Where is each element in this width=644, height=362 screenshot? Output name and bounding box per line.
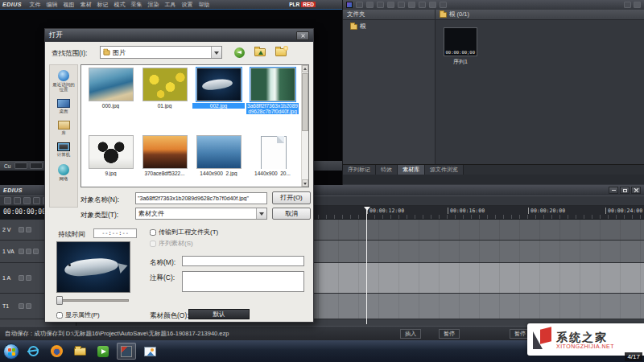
- scroll-down-icon[interactable]: [302, 179, 308, 187]
- tab-bin[interactable]: 素材库: [398, 165, 425, 175]
- place-desktop[interactable]: 桌面: [50, 99, 77, 113]
- back-button[interactable]: [230, 46, 248, 59]
- player-transport-button[interactable]: [30, 162, 43, 169]
- sequence-clip-checkbox[interactable]: 序列素材(S): [150, 239, 193, 248]
- new-folder-icon[interactable]: [366, 2, 374, 8]
- copy-icon[interactable]: [419, 2, 426, 8]
- transfer-checkbox-input[interactable]: [150, 229, 156, 236]
- taskbar-media-icon[interactable]: [93, 343, 113, 360]
- taskbar-edius-icon[interactable]: [117, 343, 136, 360]
- file-thumbnail[interactable]: [196, 135, 242, 169]
- taskbar-ie-icon[interactable]: [23, 343, 43, 360]
- menu-item-tools[interactable]: 工具: [162, 0, 179, 9]
- menu-item-render[interactable]: 渲染: [145, 0, 162, 9]
- close-icon[interactable]: [296, 31, 309, 40]
- file-type-dropdown[interactable]: 素材文件: [135, 208, 267, 220]
- menu-item-capture[interactable]: 采集: [128, 0, 145, 9]
- bin-clip-sequence1[interactable]: 00:00:00;00 序列1: [441, 27, 480, 66]
- tab-sequence-marker[interactable]: 序列标记: [343, 165, 376, 175]
- delete-icon[interactable]: [429, 2, 436, 8]
- taskbar-firefox-icon[interactable]: [47, 343, 66, 360]
- menu-item-file[interactable]: 文件: [27, 0, 43, 9]
- file-thumbnail[interactable]: [250, 135, 295, 169]
- chevron-down-icon[interactable]: [211, 47, 221, 58]
- start-button[interactable]: [3, 343, 19, 360]
- panel-menu-icon[interactable]: [634, 2, 641, 8]
- thumbnail-view-icon[interactable]: [624, 2, 631, 8]
- place-recent[interactable]: 最近访问的位置: [50, 70, 77, 92]
- file-thumbnail[interactable]: [250, 68, 295, 101]
- scrollbar[interactable]: [301, 65, 308, 187]
- track-lock-button[interactable]: [26, 275, 31, 281]
- timeline-tool-icon[interactable]: [23, 197, 31, 204]
- tab-effects[interactable]: 特效: [376, 165, 398, 175]
- show-properties-input[interactable]: [56, 312, 63, 319]
- comment-input[interactable]: [182, 271, 304, 292]
- track-patch-button[interactable]: [33, 249, 39, 254]
- text-tool-icon[interactable]: [398, 2, 405, 8]
- file-item[interactable]: 01.jpg: [138, 68, 192, 133]
- file-thumbnail[interactable]: [196, 68, 242, 101]
- close-button[interactable]: [631, 187, 641, 194]
- dialog-titlebar[interactable]: 打开: [45, 29, 313, 42]
- timeline-tool-icon[interactable]: [14, 197, 21, 204]
- cut-icon[interactable]: [408, 2, 415, 8]
- new-folder-button[interactable]: [272, 46, 290, 59]
- clip-color-default-button[interactable]: 默认: [188, 309, 250, 319]
- search-icon[interactable]: [377, 2, 384, 8]
- track-lock-button[interactable]: [26, 303, 31, 309]
- track-lock-button[interactable]: [26, 227, 31, 232]
- file-thumbnail[interactable]: [89, 135, 134, 169]
- clip-name-input[interactable]: [182, 256, 304, 266]
- up-folder-button[interactable]: [251, 46, 269, 59]
- file-item-selected[interactable]: 3a68ff2f7363x1b2089d9628c7b7f0d40f.jpg: [246, 68, 299, 133]
- menu-item-help[interactable]: 帮助: [196, 0, 213, 9]
- menu-item-view[interactable]: 视图: [60, 0, 77, 9]
- track-mute-button[interactable]: [19, 249, 24, 254]
- menu-item-clip[interactable]: 素材: [77, 0, 94, 9]
- menu-item-edit[interactable]: 编辑: [43, 0, 60, 9]
- file-name-input[interactable]: [135, 192, 267, 204]
- maximize-button[interactable]: [620, 187, 630, 194]
- show-properties-checkbox[interactable]: 显示属性(P): [56, 311, 100, 319]
- file-item[interactable]: 1440x900_20...: [246, 135, 299, 176]
- player-transport-button[interactable]: [14, 162, 27, 169]
- look-in-dropdown[interactable]: 图片: [100, 46, 222, 59]
- scroll-up-icon[interactable]: [302, 65, 308, 72]
- file-item[interactable]: 1440x900_2.jpg: [192, 135, 246, 176]
- file-item[interactable]: 9.jpg: [84, 135, 138, 176]
- chevron-down-icon[interactable]: [256, 208, 266, 219]
- track-lock-button[interactable]: [26, 249, 31, 254]
- file-item[interactable]: 370ace8df5322...: [138, 135, 192, 176]
- tree-item-root[interactable]: 根: [343, 20, 435, 32]
- capture-icon[interactable]: [387, 2, 394, 8]
- menu-item-settings[interactable]: 设置: [179, 0, 196, 9]
- open-button[interactable]: 打开(O): [272, 191, 311, 204]
- menu-item-marker[interactable]: 标记: [94, 0, 111, 9]
- cancel-button[interactable]: 取消: [272, 208, 311, 220]
- taskbar-explorer-icon[interactable]: [70, 343, 89, 360]
- track-mute-button[interactable]: [19, 275, 24, 281]
- file-thumbnail[interactable]: [142, 68, 188, 101]
- transfer-to-project-checkbox[interactable]: 传输到工程文件夹(T): [150, 228, 218, 237]
- place-network[interactable]: 网络: [50, 164, 77, 181]
- scrollbar-thumb[interactable]: [302, 73, 308, 131]
- timeline-tool-icon[interactable]: [4, 197, 11, 204]
- taskbar-viewer-icon[interactable]: [140, 343, 159, 360]
- menu-item-mode[interactable]: 模式: [111, 0, 128, 9]
- track-mute-button[interactable]: [19, 227, 24, 232]
- add-clip-icon[interactable]: [356, 2, 363, 8]
- clip-thumbnail[interactable]: 00:00:00;00: [444, 27, 477, 56]
- slider-handle[interactable]: [56, 296, 63, 305]
- playhead[interactable]: [366, 208, 367, 324]
- tab-source-browser[interactable]: 源文件浏览: [425, 165, 464, 175]
- file-item-selected[interactable]: 002.jpg: [192, 68, 246, 133]
- place-libraries[interactable]: 库: [50, 121, 77, 135]
- view-mode-icon[interactable]: [440, 2, 447, 8]
- place-computer[interactable]: 计算机: [50, 142, 77, 157]
- minimize-button[interactable]: [609, 187, 618, 194]
- track-mute-button[interactable]: [19, 303, 24, 309]
- timeline-tool-icon[interactable]: [33, 197, 40, 204]
- file-thumbnail[interactable]: [89, 68, 134, 101]
- file-item[interactable]: 000.jpg: [84, 68, 138, 133]
